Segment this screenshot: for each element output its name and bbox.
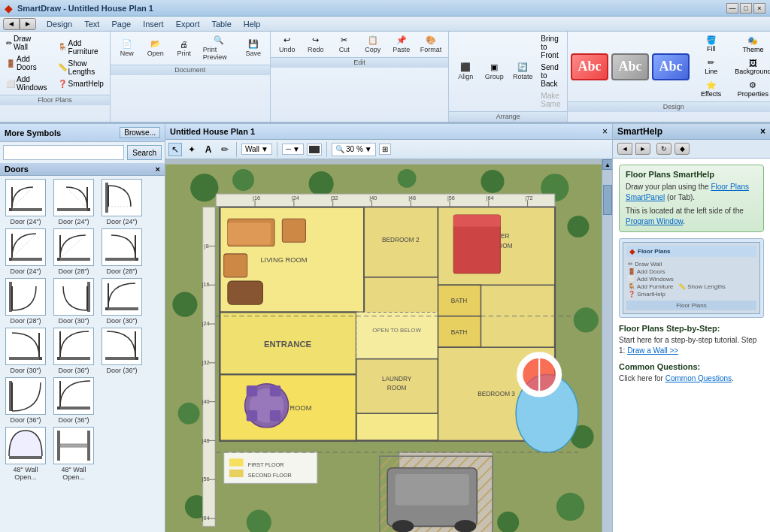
make-same-button[interactable]: Make Same [538,90,564,110]
restore-button[interactable]: □ [740,3,752,14]
program-window-link[interactable]: Program Window [626,217,683,225]
canvas-header: Untitled House Plan 1 × [165,124,612,140]
list-item[interactable]: Door (36") [51,377,96,424]
pencil-tool[interactable]: ✏ [218,143,232,156]
canvas-scroll-v[interactable]: ▲ ▼ [602,159,612,532]
smarthelp-close-button[interactable]: × [760,126,765,137]
show-lengths-button[interactable]: 📏 Show Lengths [55,58,107,77]
cut-button[interactable]: ✂ Cut [331,33,358,56]
save-button[interactable]: 💾 Save [240,37,267,59]
fill-button[interactable]: 🪣 Fill [696,33,726,55]
text-tool[interactable]: A [202,143,215,156]
svg-rect-103 [396,474,469,505]
bring-to-front-button[interactable]: Bring to Front [538,33,564,61]
back-button[interactable]: ◄ [3,18,20,30]
svg-rect-1 [9,208,12,211]
select-tool[interactable]: ↖ [168,143,182,156]
help-refresh-button[interactable]: ↻ [656,143,671,155]
color-selector[interactable] [307,144,322,156]
menu-insert[interactable]: Insert [137,18,170,30]
properties-button[interactable]: ⚙ Properties [729,78,770,100]
list-item[interactable]: Door (28") [99,228,144,275]
svg-point-50 [574,307,599,332]
new-button[interactable]: 📄 New [114,37,141,59]
canvas-close-button[interactable]: × [602,126,608,137]
svg-text:|64: |64 [202,515,210,521]
svg-text:OPEN TO BELOW: OPEN TO BELOW [372,327,421,334]
svg-text:|40: |40 [369,195,377,201]
list-item[interactable]: Door (24") [99,179,144,225]
svg-rect-15 [135,258,138,261]
style-blue-button[interactable]: Abc [652,53,690,80]
effects-button[interactable]: ⭐ Effects [696,78,726,100]
svg-text:FIRST FLOOR: FIRST FLOOR [248,461,284,468]
menu-page[interactable]: Page [105,18,137,30]
paste-button[interactable]: 📌 Paste [388,33,415,56]
help-home-button[interactable]: ◆ [675,143,690,155]
group-button[interactable]: ▣ Group [480,60,508,83]
theme-button[interactable]: 🎭 Theme [729,34,770,56]
copy-button[interactable]: 📋 Copy [359,33,387,56]
menu-text[interactable]: Text [78,18,105,30]
line-button[interactable]: ✏ Line [696,56,726,77]
paste-icon: 📌 [396,35,407,45]
list-item[interactable]: Door (28") [51,228,96,275]
print-button[interactable]: 🖨 Print [171,38,198,59]
search-button[interactable]: Search [127,145,162,160]
close-button[interactable]: × [753,3,765,14]
list-item[interactable]: Door (30") [51,278,96,325]
svg-point-43 [190,174,218,201]
list-item[interactable]: Door (24") [3,179,48,225]
svg-rect-72 [356,313,438,359]
zoom-control[interactable]: 🔍 30 % ▼ [332,143,376,156]
format-button[interactable]: 🎨 Format [417,33,446,56]
smarthelp-button[interactable]: ❓ SmartHelp [55,78,107,89]
list-item[interactable]: 48" Wall Open... [3,427,48,481]
svg-text:|32: |32 [331,195,338,201]
door-icon [56,330,92,363]
help-back-button[interactable]: ◄ [617,143,632,155]
list-item[interactable]: Door (30") [99,278,144,325]
style-red-button[interactable]: Abc [571,53,608,80]
rotate-button[interactable]: 🔄 Rotate [509,60,536,83]
list-item[interactable]: Door (24") [3,228,48,275]
list-item[interactable]: Door (24") [51,179,96,225]
search-input[interactable] [3,145,124,160]
menu-table[interactable]: Table [205,18,237,30]
list-item[interactable]: Door (36") [3,377,48,424]
menu-design[interactable]: Design [41,18,78,30]
line-style-selector[interactable]: ─▼ [282,144,304,155]
minimize-button[interactable]: — [726,3,738,14]
menu-export[interactable]: Export [170,18,206,30]
add-furniture-button[interactable]: 🪑 Add Furniture [55,38,107,57]
canvas-area: Untitled House Plan 1 × ↖ ✦ A ✏ Wall ▼ ─… [165,124,612,532]
align-button[interactable]: ⬛ Align [452,60,479,83]
draw-wall-button[interactable]: ✏ Draw Wall [3,33,50,53]
draw-wall-link[interactable]: Draw a Wall >> [627,346,678,355]
background-button[interactable]: 🖼 Background [729,56,770,77]
style-gray-button[interactable]: Abc [611,53,649,80]
doors-close-button[interactable]: × [156,165,160,174]
zoom-out-icon[interactable]: 🔍 [335,145,344,153]
undo-button[interactable]: ↩ Undo [274,33,301,56]
forward-button[interactable]: ► [20,18,36,30]
shape-selector[interactable]: Wall ▼ [241,144,272,155]
list-item[interactable]: Door (30") [3,328,48,374]
door-row: Door (36") Door (36") [3,377,162,424]
menu-help[interactable]: Help [238,18,267,30]
add-windows-button[interactable]: ⬜ Add Windows [3,74,50,93]
send-to-back-button[interactable]: Send to Back [538,62,564,89]
open-button[interactable]: 📂 Open [142,37,169,59]
list-item[interactable]: Door (36") [99,328,144,374]
list-item[interactable]: 48" Wall Open... [51,427,96,481]
list-item[interactable]: Door (36") [51,328,96,374]
redo-button[interactable]: ↪ Redo [302,33,329,56]
list-item[interactable]: Door (28") [3,278,48,325]
print-preview-button[interactable]: 🔍 Print Preview [199,33,238,63]
browse-button[interactable]: Browse... [120,127,160,138]
add-doors-button[interactable]: 🚪 Add Doors [3,53,50,73]
common-questions-link[interactable]: Common Questions [665,374,732,382]
help-forward-button[interactable]: ► [635,143,650,155]
pointer-tool[interactable]: ✦ [185,143,199,156]
fit-page-button[interactable]: ⊞ [379,144,391,155]
